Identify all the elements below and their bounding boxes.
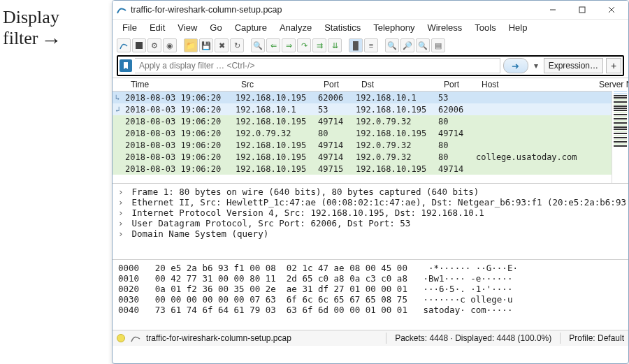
detail-line[interactable]: › Frame 1: 80 bytes on wire (640 bits), …: [118, 187, 623, 197]
column-dst[interactable]: Dst: [359, 80, 441, 89]
stop-capture-icon[interactable]: [132, 38, 146, 52]
maximize-button[interactable]: [570, 3, 595, 17]
shark-fin-icon[interactable]: [117, 38, 131, 52]
column-dport[interactable]: Port: [441, 80, 479, 89]
open-file-icon[interactable]: 📁: [184, 38, 198, 52]
bookmark-icon[interactable]: [120, 59, 132, 72]
detail-line[interactable]: › Internet Protocol Version 4, Src: 192.…: [118, 208, 623, 218]
wireshark-window: traffic-for-wireshark-column-setup.pcap …: [112, 0, 629, 364]
jump-to-icon[interactable]: ↷: [297, 38, 311, 52]
hex-line[interactable]: 0040 73 61 74 6f 64 61 79 03 63 6f 6d 00…: [118, 305, 623, 315]
detail-line[interactable]: › Ethernet II, Src: HewlettP_1c:47:ae (0…: [118, 197, 623, 208]
resize-columns-icon[interactable]: ▤: [431, 38, 445, 52]
detail-line[interactable]: › User Datagram Protocol, Src Port: 6200…: [118, 218, 623, 228]
zoom-in-icon[interactable]: 🔍: [385, 38, 399, 52]
restart-capture-icon[interactable]: ⚙: [147, 38, 161, 52]
display-filter-input[interactable]: [135, 58, 500, 73]
status-profile[interactable]: Profile: Default: [569, 333, 624, 343]
hex-line[interactable]: 0020 0a 01 f2 36 00 35 00 2e ae 31 df 27…: [118, 284, 623, 294]
status-bar: traffic-for-wireshark-column-setup.pcap …: [113, 330, 628, 346]
titlebar: traffic-for-wireshark-column-setup.pcap: [113, 1, 628, 20]
packet-details-pane[interactable]: › Frame 1: 80 bytes on wire (640 bits), …: [113, 184, 628, 260]
capture-file-icon: [131, 334, 140, 342]
svg-rect-4: [136, 42, 143, 49]
auto-scroll-icon[interactable]: ≡: [364, 38, 378, 52]
column-time[interactable]: Time: [128, 80, 238, 89]
minimize-button[interactable]: [540, 3, 565, 17]
menu-wireless[interactable]: Wireless: [421, 21, 468, 34]
go-forward-icon[interactable]: ⇒: [282, 38, 296, 52]
menu-edit[interactable]: Edit: [144, 21, 171, 34]
column-host[interactable]: Host: [479, 80, 596, 89]
menu-go[interactable]: Go: [204, 21, 227, 34]
packet-row[interactable]: 2018-08-03 19:06:20192.168.10.1954971419…: [113, 151, 628, 163]
display-filter-bar: ➜ ▾ Expression… +: [117, 55, 624, 76]
window-title: traffic-for-wireshark-column-setup.pcap: [131, 5, 536, 15]
menu-analyze[interactable]: Analyze: [274, 21, 317, 34]
packet-row[interactable]: 2018-08-03 19:06:20192.168.10.1954971419…: [113, 115, 628, 127]
column-server-name[interactable]: Server Name: [596, 80, 628, 89]
hex-line[interactable]: 0030 00 00 00 00 00 00 07 63 6f 6c 6c 65…: [118, 294, 623, 305]
detail-line[interactable]: › Domain Name System (query): [118, 228, 623, 239]
filter-history-dropdown-icon[interactable]: ▾: [531, 61, 541, 71]
packet-row[interactable]: 2018-08-03 19:06:20192.168.10.1954971419…: [113, 139, 628, 151]
hex-line[interactable]: 0000 20 e5 2a b6 93 f1 00 08 02 1c 47 ae…: [118, 263, 623, 273]
callout-label: Display filter→: [0, 0, 112, 364]
go-back-icon[interactable]: ⇐: [266, 38, 280, 52]
add-filter-button[interactable]: +: [606, 58, 621, 73]
svg-rect-1: [579, 7, 585, 13]
find-packet-icon[interactable]: 🔍: [251, 38, 265, 52]
arrow-right-icon: →: [41, 28, 62, 52]
close-file-icon[interactable]: ✖: [215, 38, 229, 52]
packet-row[interactable]: 2018-08-03 19:06:20192.0.79.3280192.168.…: [113, 127, 628, 139]
reload-icon[interactable]: ↻: [230, 38, 244, 52]
menu-view[interactable]: View: [172, 21, 203, 34]
last-packet-icon[interactable]: ⇊: [328, 38, 342, 52]
menu-file[interactable]: File: [117, 21, 143, 34]
close-button[interactable]: [599, 3, 624, 17]
column-sport[interactable]: Port: [321, 80, 359, 89]
column-src[interactable]: Src: [238, 80, 321, 89]
first-packet-icon[interactable]: ⇉: [312, 38, 326, 52]
packet-list-pane: Time Src Port Dst Port Host Server Name …: [113, 78, 628, 184]
packet-minimap[interactable]: [612, 91, 628, 183]
hex-line[interactable]: 0010 00 42 77 31 00 00 80 11 2d 65 c0 a8…: [118, 273, 623, 284]
zoom-reset-icon[interactable]: 🔍: [416, 38, 430, 52]
packet-row[interactable]: ↲2018-08-03 19:06:20192.168.10.153192.16…: [113, 103, 628, 115]
toolbar: ⚙ ◉ 📁 💾 ✖ ↻ 🔍 ⇐ ⇒ ↷ ⇉ ⇊ █ ≡ 🔍 🔎 🔍 ▤: [113, 37, 628, 55]
save-file-icon[interactable]: 💾: [199, 38, 213, 52]
status-packet-counts: Packets: 4448 · Displayed: 4448 (100.0%): [395, 333, 551, 343]
menu-help[interactable]: Help: [503, 21, 533, 34]
packet-row[interactable]: ↳2018-08-03 19:06:20192.168.10.195620061…: [113, 92, 628, 103]
menu-statistics[interactable]: Statistics: [319, 21, 366, 34]
menubar: FileEditViewGoCaptureAnalyzeStatisticsTe…: [113, 20, 628, 37]
wireshark-icon: [117, 5, 126, 15]
expression-button[interactable]: Expression…: [544, 58, 603, 73]
status-file: traffic-for-wireshark-column-setup.pcap: [146, 333, 291, 343]
expert-info-icon[interactable]: [117, 334, 125, 342]
apply-filter-button[interactable]: ➜: [503, 58, 528, 73]
packet-list-header[interactable]: Time Src Port Dst Port Host Server Name: [113, 78, 628, 92]
zoom-out-icon[interactable]: 🔎: [400, 38, 414, 52]
colorize-icon[interactable]: █: [349, 38, 363, 52]
capture-options-icon[interactable]: ◉: [163, 38, 177, 52]
menu-telephony[interactable]: Telephony: [368, 21, 420, 34]
packet-row[interactable]: 2018-08-03 19:06:20192.168.10.1954971519…: [113, 163, 628, 175]
packet-bytes-pane[interactable]: 0000 20 e5 2a b6 93 f1 00 08 02 1c 47 ae…: [113, 260, 628, 330]
menu-tools[interactable]: Tools: [469, 21, 501, 34]
menu-capture[interactable]: Capture: [229, 21, 273, 34]
